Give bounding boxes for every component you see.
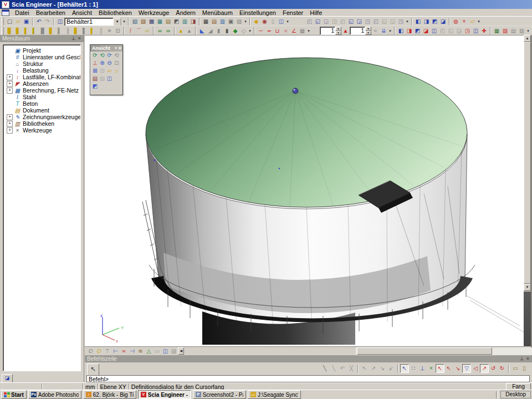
snap-mode-icon[interactable]: ↖	[444, 364, 453, 373]
snap-mode-icon[interactable]: ↺	[489, 364, 498, 373]
menu-item[interactable]: Einstellungen	[236, 9, 279, 17]
selection-tool-icon[interactable]: ◪	[422, 27, 430, 35]
member-tool-icon[interactable]: ▋	[14, 27, 22, 35]
member-tool-icon[interactable]: ⊟	[114, 27, 122, 35]
view-rotate-icon[interactable]: ⟲	[113, 52, 120, 59]
snap-icon[interactable]: ⊥	[418, 364, 427, 373]
selection-tool-icon[interactable]: ◩	[413, 27, 422, 35]
snap-icon[interactable]: ↘	[378, 364, 387, 373]
tree-expand-icon[interactable]: +	[7, 88, 13, 94]
window-layout-icon[interactable]: ◲	[388, 18, 397, 25]
taskbar-task-button[interactable]: ▭ J:\Seagate Sync\SyncRe...	[248, 390, 301, 399]
view-rotate-icon[interactable]: ⟳	[106, 52, 113, 59]
chevron-down-icon[interactable]: ▾	[113, 18, 121, 26]
dimension-tool-icon[interactable]: ⊔	[273, 27, 282, 35]
dimension-tool-icon[interactable]: ▦	[298, 27, 306, 35]
toolbar-icon[interactable]: ◫	[277, 18, 285, 25]
toolbar-icon[interactable]: ◩	[172, 18, 181, 25]
zoom-tool-icon[interactable]: ⊖	[106, 59, 113, 67]
toolbar-icon[interactable]: ▧	[131, 18, 139, 25]
snap-icon[interactable]: ↖	[360, 364, 369, 373]
tree-item[interactable]: + ◤ Absenzen	[4, 80, 80, 87]
window-layout-icon[interactable]: ◳	[364, 18, 372, 25]
dimension-tool-icon[interactable]: ─	[257, 27, 265, 35]
snap-icon[interactable]: ╲	[320, 364, 329, 373]
view-setting-icon[interactable]: ▨	[170, 347, 178, 355]
menu-tree-panel-header[interactable]: Menübaum ⊥ ×	[0, 35, 84, 42]
horizontal-scrollbar[interactable]	[356, 347, 532, 355]
toolbar-icon[interactable]: ▦	[493, 27, 501, 35]
draw-tool-icon[interactable]: ⌒	[135, 27, 143, 35]
menu-item[interactable]: Fenster	[279, 9, 306, 17]
cursor-tool-button[interactable]: ↖	[87, 364, 99, 376]
tree-item[interactable]: + ✎ Zeichnungswerkzeuge	[4, 114, 80, 120]
snap-mode-icon[interactable]: ◁	[471, 364, 480, 373]
snap-icon[interactable]: ∷	[409, 364, 418, 373]
member-tool-icon[interactable]: ▊	[39, 27, 47, 35]
toolbar-icon[interactable]: ▦	[156, 18, 164, 25]
snap-mode-icon[interactable]: ↘	[453, 364, 462, 373]
member-tool-icon[interactable]: ▌	[55, 27, 64, 35]
view-setting-icon[interactable]: ▭	[153, 347, 161, 355]
toolbar-icon[interactable]: ×	[460, 18, 468, 25]
selection-tool-icon[interactable]: ◫	[430, 27, 438, 35]
toolbar-icon[interactable]: ▩	[147, 18, 156, 25]
tree-item[interactable]: + ↓ Belastung	[4, 67, 80, 74]
close-icon[interactable]: ×	[76, 35, 83, 42]
snap-mode-icon[interactable]: ↗	[480, 364, 489, 373]
toolbar-icon[interactable]: ▯	[269, 18, 277, 25]
tree-expand-icon[interactable]: +	[7, 81, 13, 87]
selection-tool-icon[interactable]: ✚	[480, 27, 488, 35]
toolbar-grip[interactable]	[1, 27, 4, 35]
toolbar-icon[interactable]: ▣	[227, 18, 235, 25]
window-layout-icon[interactable]: ◱	[380, 18, 388, 25]
pin-icon[interactable]: ⊥	[70, 35, 76, 42]
draw-tool-icon[interactable]: /	[126, 27, 135, 35]
selection-tool-icon[interactable]: ◨	[405, 27, 413, 35]
chevron-down-icon[interactable]: ▾	[388, 29, 392, 33]
toolbar-icon[interactable]: ▥	[218, 18, 227, 25]
zoom-tool-icon[interactable]: ⊥	[91, 59, 99, 67]
toolbar-icon[interactable]: ◣	[198, 27, 206, 35]
spinner-value[interactable]	[350, 27, 365, 35]
chevron-down-icon[interactable]: ▾	[248, 29, 252, 33]
close-icon[interactable]: ×	[119, 45, 121, 51]
member-tool-icon[interactable]: ▋	[72, 27, 80, 35]
toolbar-icon[interactable]: ◇	[239, 27, 248, 35]
zoom-tool-icon[interactable]: ⊡	[113, 59, 120, 67]
spinner-up-icon[interactable]: ▲	[365, 27, 371, 31]
close-icon[interactable]: ×	[525, 356, 531, 362]
member-tool-icon[interactable]: ║	[97, 27, 105, 35]
pin-icon[interactable]: ⊥	[519, 356, 525, 362]
tree-item[interactable]: + I Stahl	[4, 94, 80, 100]
toolbar-icon[interactable]: ▥	[518, 27, 526, 35]
view-setting-icon[interactable]: △	[145, 347, 153, 355]
3d-viewport[interactable]: z Y x	[85, 35, 524, 346]
view-tool-icon[interactable]: ▤	[99, 75, 106, 83]
toolbar-icon[interactable]: ◍	[452, 18, 460, 25]
menu-item[interactable]: Ansicht	[69, 9, 95, 17]
chevron-down-icon[interactable]: ▾	[285, 19, 290, 24]
menu-item[interactable]: Bibliotheken	[95, 9, 135, 17]
zoom-tool-icon[interactable]: ⊕	[99, 59, 106, 67]
toolbar-icon[interactable]: ◆	[231, 27, 239, 35]
start-button[interactable]: Start	[1, 390, 27, 399]
taskbar-task-button[interactable]: P Screenshot2 - Paint	[193, 390, 246, 399]
member-tool-icon[interactable]: ✳	[105, 27, 114, 35]
snap-icon[interactable]: ↙	[387, 364, 396, 373]
select-cursor-icon[interactable]: ↖	[400, 364, 409, 373]
draw-tool-icon[interactable]: ▱	[143, 27, 151, 35]
dimension-tool-icon[interactable]: ╍	[265, 27, 273, 35]
toolbar-icon[interactable]: ▨	[235, 18, 243, 25]
tree-item[interactable]: + ▤ Dokument	[4, 107, 80, 114]
snap-icon[interactable]: ▭	[511, 364, 520, 373]
scrollbar-thumb[interactable]	[357, 347, 492, 355]
view-tool-icon[interactable]: ☼	[113, 67, 120, 75]
view-window-icon[interactable]: ◨	[422, 18, 431, 25]
toolbar-icon[interactable]: ◆	[252, 18, 260, 25]
toolbar-icon[interactable]: ▣	[22, 18, 30, 25]
tree-expand-icon[interactable]: +	[7, 121, 13, 127]
window-layout-icon[interactable]: ◰	[339, 18, 347, 25]
toolbar-icon[interactable]: ◉	[260, 18, 269, 25]
snap-icon[interactable]: ╳	[347, 364, 356, 373]
